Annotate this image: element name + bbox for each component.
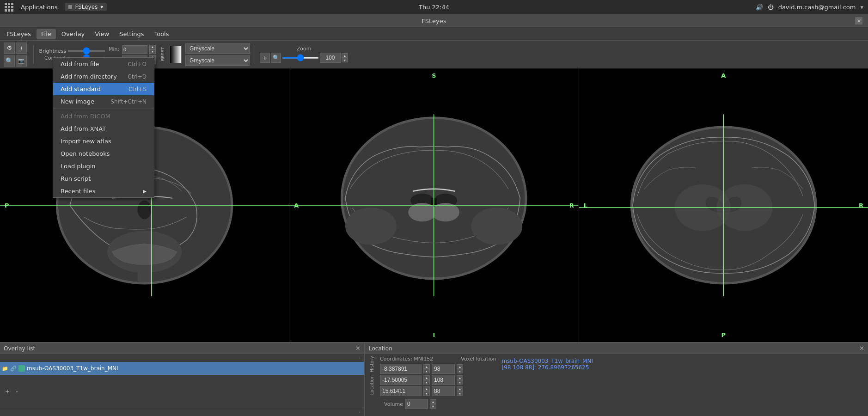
close-button[interactable]: ✕ [855, 17, 862, 24]
image-link[interactable]: msub-OAS30003_T1w_brain_MNI [501, 358, 864, 364]
axial-label-l: L [584, 202, 587, 209]
user-dropdown-arrow[interactable]: ▾ [860, 4, 863, 11]
coronal-label-r: R [569, 202, 574, 209]
fsleyes-taskbar[interactable]: FSLeyes ▾ [65, 3, 107, 11]
coord-spin-1-down[interactable]: ▼ [423, 369, 430, 373]
overlay-add-button[interactable]: + [4, 388, 11, 395]
coord-input-3[interactable] [380, 386, 422, 396]
menu-recent-files[interactable]: Recent files ▶ [53, 185, 154, 197]
coord-input-2[interactable] [380, 375, 422, 385]
overlay-link-icon[interactable]: 🔗 [10, 366, 17, 372]
overlay-controls: + - [0, 375, 364, 408]
zoom-spin-down[interactable]: ▼ [342, 58, 348, 62]
voxel-spin-3-down[interactable]: ▼ [457, 391, 463, 396]
overlay-row[interactable]: 📁 🔗 msub-OAS30003_T1w_brain_MNI [0, 362, 364, 375]
applications-label[interactable]: Applications [21, 4, 57, 11]
new-image-shortcut: Shift+Ctrl+N [110, 98, 147, 105]
menu-add-from-xnat[interactable]: Add from XNAT [53, 122, 154, 135]
voxel-spin-2-up[interactable]: ▲ [457, 375, 463, 380]
color-swatch[interactable] [170, 46, 182, 63]
gear-button[interactable]: ⚙ [4, 43, 15, 54]
greyscale-dropdown-2[interactable]: Greyscale [185, 55, 250, 66]
voxel-spin-2-down[interactable]: ▼ [457, 380, 463, 385]
coronal-label-i: I [433, 331, 435, 338]
volume-icon[interactable]: 🔊 [756, 4, 763, 11]
menu-overlay[interactable]: Overlay [57, 29, 90, 39]
zoom-section: Zoom + 🔍 ▲ ▼ [260, 46, 348, 63]
history-label: History [369, 356, 374, 373]
menu-add-from-directory[interactable]: Add from directory Ctrl+D [53, 70, 154, 83]
voxel-spin-1-down[interactable]: ▼ [457, 369, 463, 373]
menu-add-from-file[interactable]: Add from file Ctrl+O [53, 58, 154, 70]
power-icon[interactable]: ⏻ [768, 4, 774, 11]
reset-button[interactable]: RESET [160, 47, 165, 61]
voxel-spin-3-up[interactable]: ▲ [457, 386, 463, 391]
add-from-file-shortcut: Ctrl+O [128, 61, 147, 67]
min-spin-up[interactable]: ▲ [149, 45, 156, 49]
overlay-folder-icon: 📁 [2, 366, 8, 372]
voxel-label: Voxel location [461, 356, 496, 362]
menu-load-plugin[interactable]: Load plugin [53, 160, 154, 172]
coord-spin-2: ▲ ▼ [423, 375, 430, 385]
coord-spin-2-up[interactable]: ▲ [423, 375, 430, 380]
menu-new-image[interactable]: New image Shift+Ctrl+N [53, 95, 154, 108]
zoom-controls: + 🔍 ▲ ▼ [260, 53, 348, 63]
min-input[interactable] [122, 45, 147, 54]
menu-settings[interactable]: Settings [115, 29, 148, 39]
volume-row: Volume ▲ ▼ [380, 399, 496, 409]
image-coords: [98 108 88]: 276.89697265625 [501, 364, 864, 371]
zoom-minus-button[interactable]: + [260, 53, 270, 63]
min-spin-down[interactable]: ▼ [149, 49, 156, 54]
location-title: Location [369, 345, 392, 352]
camera-button[interactable]: 📷 [16, 55, 27, 67]
axial-panel[interactable]: A L R P [579, 68, 868, 342]
overlay-minus-button[interactable]: - [13, 388, 20, 395]
overlay-scroll: · [0, 354, 364, 362]
volume-input[interactable] [405, 399, 428, 409]
overlay-close-button[interactable]: ✕ [355, 345, 361, 352]
greyscale-dropdown-1[interactable]: Greyscale [185, 43, 250, 54]
voxel-spin-1-up[interactable]: ▲ [457, 364, 463, 369]
menu-import-new-atlas[interactable]: Import new atlas [53, 135, 154, 147]
app-grid-icon[interactable] [5, 3, 13, 12]
menu-add-standard[interactable]: Add standard Ctrl+S [53, 83, 154, 95]
info-button[interactable]: i [16, 43, 27, 54]
menu-fsleyes[interactable]: FSLeyes [2, 29, 36, 39]
search-button[interactable]: 🔍 [4, 55, 15, 67]
zoom-search-button[interactable]: 🔍 [271, 53, 281, 63]
axial-label-r: R [859, 202, 863, 209]
coord-spin-2-down[interactable]: ▼ [423, 380, 430, 385]
overlay-header: Overlay list ✕ [0, 343, 364, 354]
brightness-slider[interactable] [68, 50, 105, 52]
fsleyes-dropdown-arrow[interactable]: ▾ [100, 4, 103, 10]
zoom-input[interactable] [320, 53, 341, 63]
menu-file[interactable]: File [37, 29, 56, 39]
import-new-atlas-label: Import new atlas [61, 138, 111, 145]
coord-spin-1-up[interactable]: ▲ [423, 364, 430, 369]
location-history: History Location [367, 356, 376, 414]
volume-spin-up[interactable]: ▲ [430, 399, 436, 404]
menu-open-notebooks[interactable]: Open notebooks [53, 147, 154, 160]
add-standard-label: Add standard [61, 86, 101, 92]
zoom-slider[interactable] [282, 57, 319, 59]
coord-input-1[interactable] [380, 364, 422, 374]
brightness-label: Brightness [38, 48, 66, 54]
voxel-input-3[interactable] [432, 386, 455, 396]
menu-view[interactable]: View [90, 29, 114, 39]
location-close-button[interactable]: ✕ [859, 345, 864, 352]
menu-tools[interactable]: Tools [149, 29, 173, 39]
user-label[interactable]: david.m.cash@gmail.com [778, 4, 856, 11]
volume-label: Volume [380, 401, 403, 407]
zoom-spin-up[interactable]: ▲ [342, 53, 348, 58]
volume-spin-down[interactable]: ▼ [430, 404, 436, 409]
coronal-panel[interactable]: S A R I [289, 68, 579, 342]
coord-spin-3-up[interactable]: ▲ [423, 386, 430, 391]
voxel-input-1[interactable] [432, 364, 455, 374]
toolbar-divider-1 [33, 45, 34, 64]
overlay-color-icon[interactable] [18, 365, 25, 372]
fsleyes-icon [68, 5, 72, 9]
coord-spin-3-down[interactable]: ▼ [423, 391, 430, 396]
menu-run-script[interactable]: Run script [53, 172, 154, 185]
voxel-input-2[interactable] [432, 375, 455, 385]
coronal-label-s: S [432, 72, 436, 79]
